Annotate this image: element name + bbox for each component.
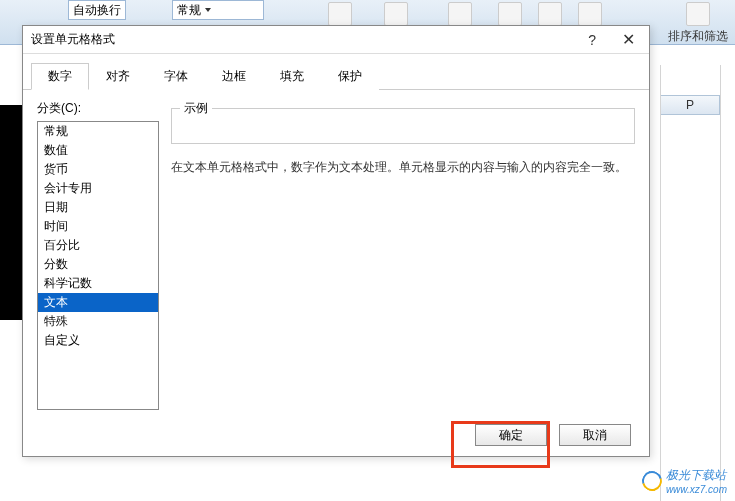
auto-wrap-toggle[interactable]: 自动换行: [68, 0, 126, 20]
selected-row-strip: [0, 105, 22, 320]
ok-button[interactable]: 确定: [475, 424, 547, 446]
sort-filter-label: 排序和筛选: [668, 28, 728, 45]
column-header-p[interactable]: P: [660, 95, 720, 115]
category-general[interactable]: 常规: [38, 122, 158, 141]
tab-border[interactable]: 边框: [205, 63, 263, 90]
sort-filter-button[interactable]: 排序和筛选: [668, 2, 728, 45]
format-icon: [578, 2, 602, 26]
tab-number[interactable]: 数字: [31, 63, 89, 90]
category-label: 分类(C):: [37, 100, 159, 117]
category-listbox[interactable]: 常规 数值 货币 会计专用 日期 时间 百分比 分数 科学记数 文本 特殊 自定…: [37, 121, 159, 410]
chevron-down-icon: [205, 8, 211, 12]
dialog-titlebar[interactable]: 设置单元格格式 ? ✕: [23, 26, 649, 54]
number-format-value: 常规: [177, 2, 201, 19]
category-custom[interactable]: 自定义: [38, 331, 158, 350]
watermark-logo-icon: [638, 467, 665, 494]
category-fraction[interactable]: 分数: [38, 255, 158, 274]
format-cells-dialog: 设置单元格格式 ? ✕ 数字 对齐 字体 边框 填充 保护 分类(C): 常规 …: [22, 25, 650, 457]
tab-fill[interactable]: 填充: [263, 63, 321, 90]
insert-icon: [498, 2, 522, 26]
number-format-dropdown[interactable]: 常规: [172, 0, 264, 20]
category-currency[interactable]: 货币: [38, 160, 158, 179]
tab-alignment[interactable]: 对齐: [89, 63, 147, 90]
watermark: 极光下载站 www.xz7.com: [642, 467, 727, 495]
help-button[interactable]: ?: [582, 30, 602, 50]
conditional-format-icon: [328, 2, 352, 26]
auto-wrap-label: 自动换行: [73, 2, 121, 19]
table-style-icon: [384, 2, 408, 26]
cell-style-icon: [448, 2, 472, 26]
category-special[interactable]: 特殊: [38, 312, 158, 331]
category-time[interactable]: 时间: [38, 217, 158, 236]
example-legend: 示例: [180, 100, 212, 117]
dialog-title: 设置单元格格式: [31, 31, 115, 48]
dialog-footer: 确定 取消: [23, 414, 649, 456]
delete-icon: [538, 2, 562, 26]
category-percentage[interactable]: 百分比: [38, 236, 158, 255]
format-description: 在文本单元格格式中，数字作为文本处理。单元格显示的内容与输入的内容完全一致。: [171, 158, 635, 176]
tab-protection[interactable]: 保护: [321, 63, 379, 90]
category-number[interactable]: 数值: [38, 141, 158, 160]
watermark-url: www.xz7.com: [666, 484, 727, 495]
cancel-button[interactable]: 取消: [559, 424, 631, 446]
watermark-text: 极光下载站: [666, 467, 727, 484]
dialog-tabs: 数字 对齐 字体 边框 填充 保护: [23, 54, 649, 90]
tab-font[interactable]: 字体: [147, 63, 205, 90]
category-date[interactable]: 日期: [38, 198, 158, 217]
category-scientific[interactable]: 科学记数: [38, 274, 158, 293]
close-button[interactable]: ✕: [616, 28, 641, 51]
sort-filter-icon: [686, 2, 710, 26]
category-accounting[interactable]: 会计专用: [38, 179, 158, 198]
example-fieldset: 示例: [171, 100, 635, 144]
category-text[interactable]: 文本: [38, 293, 158, 312]
